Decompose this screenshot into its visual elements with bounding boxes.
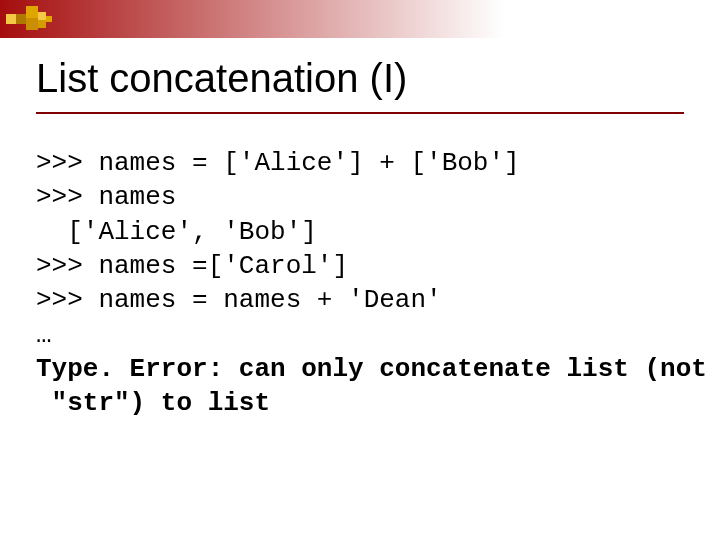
code-line: >>> names = names + 'Dean' bbox=[36, 285, 442, 315]
code-line: … bbox=[36, 320, 52, 350]
code-line: "str") to list bbox=[36, 388, 270, 418]
pixel-logo bbox=[6, 6, 66, 36]
code-line: Type. Error: can only concatenate list (… bbox=[36, 354, 707, 384]
code-line: ['Alice', 'Bob'] bbox=[36, 217, 317, 247]
slide-title: List concatenation (I) bbox=[36, 56, 407, 101]
code-line: >>> names = ['Alice'] + ['Bob'] bbox=[36, 148, 520, 178]
top-accent-band bbox=[0, 0, 720, 38]
code-block: >>> names = ['Alice'] + ['Bob'] >>> name… bbox=[36, 146, 710, 421]
title-underline bbox=[36, 112, 684, 114]
code-line: >>> names bbox=[36, 182, 176, 212]
code-line: >>> names =['Carol'] bbox=[36, 251, 348, 281]
